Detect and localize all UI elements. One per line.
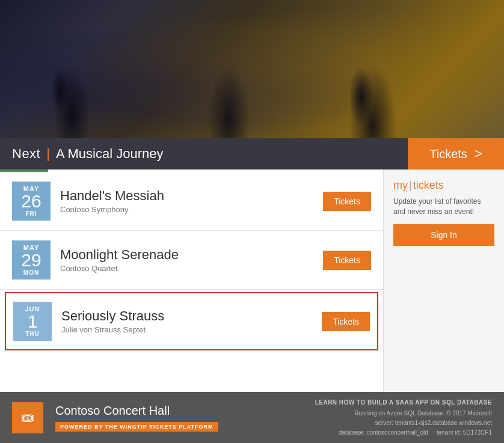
mytickets-my: my <box>393 179 408 192</box>
header-title-area: Next | A Musical Journey <box>0 138 408 170</box>
footer-brand: Contoso Concert Hall POWERED BY THE WING… <box>55 404 303 432</box>
event-tickets-button[interactable]: Tickets <box>323 192 371 211</box>
footer-database-tenant: database: contosoconcerthall_old tenant … <box>315 428 492 438</box>
event-day: 29 <box>14 251 48 269</box>
header-next-label: Next <box>12 146 40 162</box>
event-venue: Contoso Quartet <box>60 264 313 273</box>
mytickets-description: Update your list of favorites and never … <box>393 197 494 217</box>
tickets-header-label: Tickets <box>429 147 467 161</box>
event-venue: Contoso Symphony <box>60 205 313 214</box>
footer-logo-icon: 🎟 <box>12 402 43 433</box>
event-venue: Julie von Strauss Septet <box>61 325 312 334</box>
footer-info: LEARN HOW TO BUILD A SAAS APP ON SQL DAT… <box>315 398 492 438</box>
event-info: Moonlight Serenade Contoso Quartet <box>60 247 313 273</box>
hero-figures <box>0 18 504 138</box>
event-name: Handel's Messiah <box>60 188 313 204</box>
event-weekday: THU <box>16 331 49 337</box>
hero-image <box>0 0 504 138</box>
event-name: Seriously Strauss <box>61 308 312 324</box>
header-subtitle: A Musical Journey <box>56 146 164 162</box>
events-list[interactable]: MAY 26 FRI Handel's Messiah Contoso Symp… <box>0 170 384 392</box>
event-tickets-button[interactable]: Tickets <box>322 312 370 331</box>
tickets-header-button[interactable]: Tickets > <box>408 138 504 170</box>
event-tickets-button[interactable]: Tickets <box>323 251 371 270</box>
event-date-box: MAY 26 FRI <box>12 182 51 221</box>
event-day: 1 <box>16 313 49 331</box>
footer-server: server: tenants1-sjs2.database.windows.n… <box>315 418 492 428</box>
mytickets-logo: my | tickets <box>393 179 494 192</box>
footer-powered-label: POWERED BY THE WINGTIP TICKETS PLATFORM <box>55 422 218 432</box>
event-info: Handel's Messiah Contoso Symphony <box>60 188 313 214</box>
event-item: MAY 26 FRI Handel's Messiah Contoso Symp… <box>0 172 383 231</box>
event-weekday: MON <box>14 269 48 276</box>
header-bar: Next | A Musical Journey Tickets > <box>0 138 504 170</box>
chevron-right-icon: > <box>475 146 482 162</box>
footer-running-on: Running on Azure SQL Database. © 2017 Mi… <box>315 409 492 418</box>
footer-database: database: contosoconcerthall_old <box>339 429 428 436</box>
event-weekday: FRI <box>14 210 48 217</box>
event-info: Seriously Strauss Julie von Strauss Sept… <box>61 308 312 334</box>
footer-brand-name: Contoso Concert Hall <box>55 404 303 418</box>
my-tickets-sidebar: my | tickets Update your list of favorit… <box>384 170 504 392</box>
main-content: MAY 26 FRI Handel's Messiah Contoso Symp… <box>0 170 504 392</box>
mytickets-tickets: tickets <box>413 179 444 192</box>
event-day: 26 <box>14 192 48 210</box>
event-date-box: JUN 1 THU <box>13 302 52 341</box>
footer: 🎟 Contoso Concert Hall POWERED BY THE WI… <box>0 392 504 443</box>
event-item: MAY 29 MON Moonlight Serenade Contoso Qu… <box>0 231 383 290</box>
footer-tenant-id: tenant id: 5D172CF1 <box>437 429 492 436</box>
header-divider: | <box>46 146 50 162</box>
signin-button[interactable]: Sign In <box>393 224 494 246</box>
event-name: Moonlight Serenade <box>60 247 313 263</box>
ticket-icon: 🎟 <box>21 410 34 426</box>
event-date-box: MAY 29 MON <box>12 240 51 280</box>
event-item-selected: JUN 1 THU Seriously Strauss Julie von St… <box>5 292 378 350</box>
footer-learn-label: LEARN HOW TO BUILD A SAAS APP ON SQL DAT… <box>315 398 492 408</box>
mytickets-pipe: | <box>409 179 412 192</box>
